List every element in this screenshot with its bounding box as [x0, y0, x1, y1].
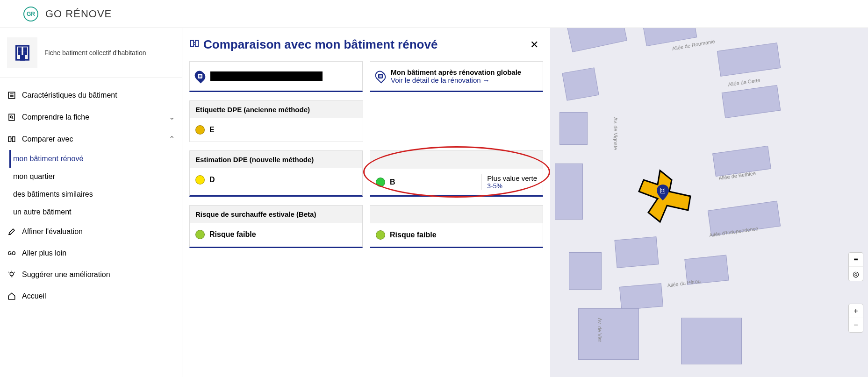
page-title-text: Comparaison avec mon bâtiment rénové [203, 37, 438, 52]
chevron-down-icon: ⌄ [169, 113, 175, 121]
close-button[interactable]: ✕ [525, 39, 543, 51]
dpe-value: E [209, 126, 215, 134]
logo-text: GO RÉNOVE [45, 8, 112, 20]
svg-rect-10 [9, 114, 14, 121]
dpe-new-left: Estimation DPE (nouvelle méthode) D [189, 150, 363, 197]
dpe-badge-icon [376, 178, 385, 187]
minus-icon: − [854, 321, 858, 329]
nav-label: Caractéristiques du bâtiment [22, 91, 175, 100]
arrow-right-icon: → [483, 76, 490, 84]
overheat-left: Risque de surchauffe estivale (Beta) Ris… [189, 205, 363, 248]
svg-rect-30 [661, 189, 662, 190]
nav-label: Comparer avec [22, 135, 169, 143]
compare-icon [7, 135, 16, 143]
lightbulb-icon [7, 270, 16, 279]
close-icon: ✕ [530, 39, 538, 50]
current-building-card: ▦ [189, 61, 363, 92]
chevron-up-icon: ⌃ [169, 135, 175, 143]
nav-refine[interactable]: Affiner l'évaluation [0, 221, 182, 242]
svg-rect-33 [663, 191, 664, 192]
map-pin-icon [657, 185, 669, 202]
map-layer-controls: ≡ ◎ [848, 252, 863, 281]
dpe-badge-icon [195, 125, 205, 135]
risk-value: Risque faible [390, 231, 437, 239]
risk-value: Risque faible [209, 230, 256, 239]
compare-icon [189, 37, 200, 52]
street-label: Allée de Certe [728, 77, 761, 87]
main-content: Comparaison avec mon bâtiment rénové ✕ ▦… [182, 28, 550, 377]
layers-button[interactable]: ≡ [849, 253, 863, 267]
nav-understand[interactable]: Comprendre la fiche ⌄ [0, 106, 182, 128]
risk-badge-icon [376, 230, 385, 240]
sidebar: Fiche batiment collectif d'habitation Ca… [0, 28, 182, 377]
plus-value-box: Plus value verte 3-5% [481, 174, 537, 190]
street-label: Allée du Pérou [667, 278, 701, 288]
map-panel[interactable]: Allée de Roumanie Allée de Certe Av. de … [550, 28, 868, 377]
renovated-building-card: ▦ Mon bâtiment après rénovation globale … [370, 61, 543, 92]
svg-line-22 [14, 272, 15, 273]
sidebar-header: Fiche batiment collectif d'habitation [0, 37, 182, 78]
locate-button[interactable]: ◎ [849, 267, 863, 281]
section-header: Risque de surchauffe estivale (Beta) [190, 206, 362, 223]
svg-rect-1 [18, 48, 21, 50]
plus-value-title: Plus value verte [487, 174, 537, 182]
map-zoom-controls: + − [848, 304, 863, 333]
nav-characteristics[interactable]: Caractéristiques du bâtiment [0, 85, 182, 106]
nav-suggest[interactable]: Suggérer une amélioration [0, 264, 182, 285]
dpe-old-left: Etiquette DPE (ancienne méthode) E [189, 100, 363, 142]
svg-line-12 [12, 117, 13, 118]
nav-go-further[interactable]: GO Aller plus loin [0, 242, 182, 264]
search-doc-icon [7, 113, 16, 121]
dpe-value: B [390, 178, 395, 186]
locate-icon: ◎ [853, 270, 859, 278]
section-header: Etiquette DPE (ancienne méthode) [190, 101, 363, 118]
overheat-right: Risque faible [370, 205, 543, 248]
dpe-badge-icon [195, 175, 205, 185]
redacted-address [210, 71, 323, 81]
svg-rect-3 [18, 52, 21, 54]
nav-label: Suggérer une amélioration [22, 270, 175, 279]
dpe-new-right: B Plus value verte 3-5% [370, 150, 543, 197]
risk-badge-icon [195, 230, 205, 239]
svg-rect-31 [663, 189, 664, 190]
nav-compare[interactable]: Comparer avec ⌃ [0, 128, 182, 150]
svg-rect-2 [24, 48, 26, 50]
home-icon [7, 292, 16, 300]
nav-home[interactable]: Accueil [0, 285, 182, 307]
sub-item-similar[interactable]: des bâtiments similaires [9, 185, 182, 203]
renovated-title: Mon bâtiment après rénovation globale [391, 68, 521, 76]
pin-outline-icon: ▦ [373, 69, 387, 83]
svg-rect-24 [195, 41, 198, 47]
street-label: Av. de Vignate [613, 117, 618, 150]
building-type-icon [7, 37, 37, 68]
section-header [370, 206, 543, 223]
logo-icon: GR [23, 7, 38, 21]
zoom-in-button[interactable]: + [849, 304, 863, 318]
nav-label: Aller plus loin [22, 249, 175, 257]
nav-label: Comprendre la fiche [22, 113, 169, 121]
sub-item-quarter[interactable]: mon quartier [9, 168, 182, 185]
svg-point-18 [10, 272, 14, 276]
street-label: Av. de Vist [597, 318, 603, 341]
pin-icon: ▦ [193, 69, 207, 83]
nav-label: Accueil [22, 292, 175, 300]
app-header: GR GO RÉNOVE [0, 0, 868, 28]
svg-rect-32 [661, 191, 662, 192]
svg-rect-5 [21, 56, 24, 59]
svg-rect-4 [24, 52, 26, 54]
sub-item-renovated[interactable]: mon bâtiment rénové [9, 150, 182, 168]
svg-line-21 [8, 272, 9, 273]
go-icon: GO [7, 250, 16, 256]
zoom-out-button[interactable]: − [849, 318, 863, 332]
plus-value-percent: 3-5% [487, 182, 537, 190]
list-icon [7, 91, 16, 100]
dpe-value: D [209, 176, 215, 184]
svg-rect-13 [8, 136, 11, 142]
renovation-detail-link[interactable]: Voir le détail de la rénovation→ [391, 76, 521, 84]
nav-label: Affiner l'évaluation [22, 228, 175, 236]
plus-icon: + [854, 307, 858, 315]
sidebar-subtitle: Fiche batiment collectif d'habitation [44, 49, 146, 57]
section-header: Estimation DPE (nouvelle méthode) [190, 151, 362, 168]
svg-rect-14 [13, 136, 15, 142]
sub-item-other[interactable]: un autre bâtiment [9, 203, 182, 221]
